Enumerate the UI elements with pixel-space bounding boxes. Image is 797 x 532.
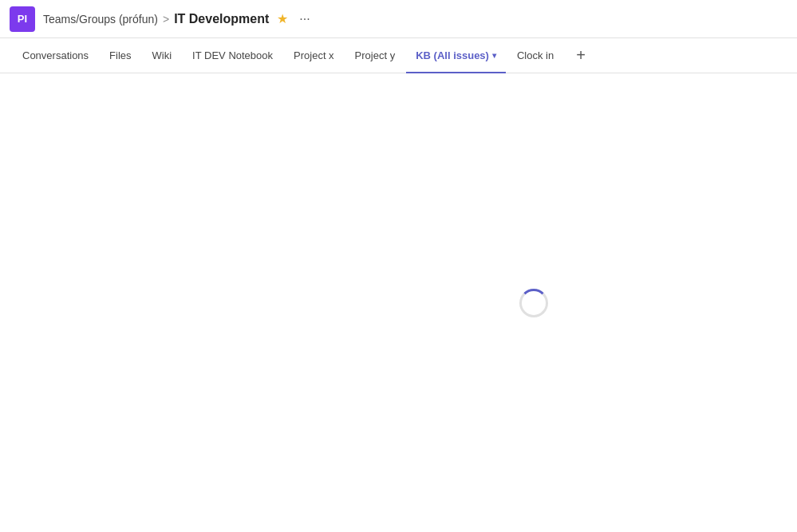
more-options-icon[interactable]: ··· bbox=[299, 12, 310, 26]
tab-project-y[interactable]: Project y bbox=[345, 38, 405, 73]
page-title: IT Development bbox=[174, 12, 269, 26]
breadcrumb-separator: > bbox=[163, 13, 169, 26]
tab-kb-all-issues[interactable]: KB (All issues) ▾ bbox=[406, 38, 506, 73]
tab-bar: Conversations Files Wiki IT DEV Notebook… bbox=[0, 38, 797, 73]
tab-files[interactable]: Files bbox=[100, 38, 140, 73]
loading-spinner bbox=[519, 289, 548, 317]
loading-spinner-container bbox=[519, 289, 548, 317]
tab-it-dev-notebook[interactable]: IT DEV Notebook bbox=[183, 38, 282, 73]
breadcrumb: Teams/Groups (prófun) > IT Development ★… bbox=[43, 11, 310, 26]
breadcrumb-prefix: Teams/Groups (prófun) bbox=[43, 13, 158, 26]
header: PI Teams/Groups (prófun) > IT Developmen… bbox=[0, 0, 797, 38]
star-icon[interactable]: ★ bbox=[277, 11, 288, 26]
tab-clock-in[interactable]: Clock in bbox=[507, 38, 563, 73]
main-content bbox=[0, 73, 797, 532]
add-tab-button[interactable]: + bbox=[568, 43, 594, 69]
chevron-down-icon: ▾ bbox=[492, 51, 496, 60]
avatar: PI bbox=[10, 6, 35, 32]
tab-conversations[interactable]: Conversations bbox=[13, 38, 98, 73]
tab-project-x[interactable]: Project x bbox=[284, 38, 344, 73]
tab-wiki[interactable]: Wiki bbox=[143, 38, 182, 73]
